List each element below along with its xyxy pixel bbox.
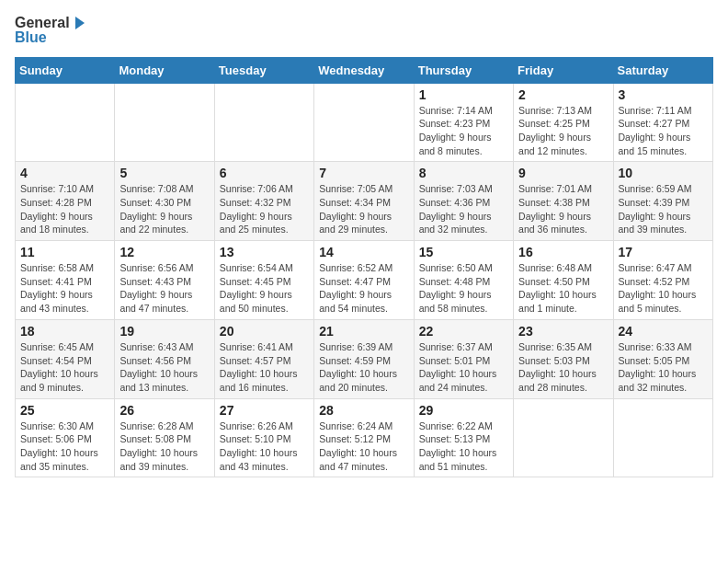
day-info: Sunrise: 7:11 AM Sunset: 4:27 PM Dayligh… [619,104,708,158]
day-info: Sunrise: 7:08 AM Sunset: 4:30 PM Dayligh… [119,182,209,236]
header: General Blue [15,15,713,46]
calendar-cell: 29Sunrise: 6:22 AM Sunset: 5:13 PM Dayli… [414,398,513,477]
day-number: 17 [619,245,708,259]
col-header-tuesday: Tuesday [214,57,313,83]
day-number: 3 [619,87,708,102]
day-number: 6 [220,166,309,180]
day-number: 18 [20,324,109,339]
day-info: Sunrise: 6:58 AM Sunset: 4:41 PM Dayligh… [20,261,109,316]
calendar-cell: 26Sunrise: 6:28 AM Sunset: 5:08 PM Dayli… [115,398,214,477]
day-info: Sunrise: 6:48 AM Sunset: 4:50 PM Dayligh… [518,261,608,316]
day-number: 22 [419,324,508,339]
day-number: 11 [20,245,109,259]
calendar-cell [613,398,712,477]
calendar-body: 1Sunrise: 7:14 AM Sunset: 4:23 PM Daylig… [16,83,713,477]
week-row-3: 11Sunrise: 6:58 AM Sunset: 4:41 PM Dayli… [16,241,713,320]
day-info: Sunrise: 6:45 AM Sunset: 4:54 PM Dayligh… [20,340,109,395]
day-number: 21 [319,324,408,339]
calendar-cell: 3Sunrise: 7:11 AM Sunset: 4:27 PM Daylig… [613,83,712,162]
col-header-saturday: Saturday [613,57,712,83]
day-info: Sunrise: 6:50 AM Sunset: 4:48 PM Dayligh… [419,261,508,316]
day-number: 4 [20,166,109,180]
day-info: Sunrise: 6:30 AM Sunset: 5:06 PM Dayligh… [20,419,109,474]
day-info: Sunrise: 7:05 AM Sunset: 4:34 PM Dayligh… [319,182,408,236]
calendar-cell: 13Sunrise: 6:54 AM Sunset: 4:45 PM Dayli… [214,241,313,320]
logo-blue: Blue [15,29,88,46]
calendar-cell: 10Sunrise: 6:59 AM Sunset: 4:39 PM Dayli… [613,162,712,241]
col-header-thursday: Thursday [414,57,513,83]
calendar-cell: 25Sunrise: 6:30 AM Sunset: 5:06 PM Dayli… [16,398,115,477]
day-number: 26 [119,403,209,418]
day-number: 7 [319,166,408,180]
day-number: 2 [518,87,608,102]
day-info: Sunrise: 7:06 AM Sunset: 4:32 PM Dayligh… [220,182,309,236]
week-row-1: 1Sunrise: 7:14 AM Sunset: 4:23 PM Daylig… [16,83,713,162]
calendar-cell [16,83,115,162]
col-header-monday: Monday [115,57,214,83]
calendar-table: SundayMondayTuesdayWednesdayThursdayFrid… [15,57,713,478]
day-number: 1 [419,87,508,102]
day-info: Sunrise: 7:13 AM Sunset: 4:25 PM Dayligh… [518,104,608,158]
day-number: 23 [518,324,608,339]
day-number: 15 [419,245,508,259]
day-info: Sunrise: 7:14 AM Sunset: 4:23 PM Dayligh… [419,104,508,158]
col-header-wednesday: Wednesday [314,57,414,83]
col-header-friday: Friday [514,57,613,83]
day-number: 27 [220,403,309,418]
day-number: 8 [419,166,508,180]
day-number: 28 [319,403,408,418]
logo: General Blue [15,15,88,46]
week-row-5: 25Sunrise: 6:30 AM Sunset: 5:06 PM Dayli… [16,398,713,477]
week-row-2: 4Sunrise: 7:10 AM Sunset: 4:28 PM Daylig… [16,162,713,241]
calendar-cell: 17Sunrise: 6:47 AM Sunset: 4:52 PM Dayli… [613,241,712,320]
calendar-cell [115,83,214,162]
calendar-cell: 27Sunrise: 6:26 AM Sunset: 5:10 PM Dayli… [214,398,313,477]
calendar-cell: 8Sunrise: 7:03 AM Sunset: 4:36 PM Daylig… [414,162,513,241]
calendar-cell: 5Sunrise: 7:08 AM Sunset: 4:30 PM Daylig… [115,162,214,241]
day-info: Sunrise: 6:24 AM Sunset: 5:12 PM Dayligh… [319,419,408,474]
header-row: SundayMondayTuesdayWednesdayThursdayFrid… [16,57,713,83]
day-info: Sunrise: 7:10 AM Sunset: 4:28 PM Dayligh… [20,182,109,236]
day-info: Sunrise: 7:01 AM Sunset: 4:38 PM Dayligh… [518,182,608,236]
day-info: Sunrise: 6:43 AM Sunset: 4:56 PM Dayligh… [119,340,209,395]
day-info: Sunrise: 6:52 AM Sunset: 4:47 PM Dayligh… [319,261,408,316]
calendar-cell: 2Sunrise: 7:13 AM Sunset: 4:25 PM Daylig… [514,83,613,162]
day-info: Sunrise: 6:39 AM Sunset: 4:59 PM Dayligh… [319,340,408,395]
day-number: 9 [518,166,608,180]
day-info: Sunrise: 6:47 AM Sunset: 4:52 PM Dayligh… [619,261,708,316]
calendar-cell: 20Sunrise: 6:41 AM Sunset: 4:57 PM Dayli… [214,319,313,398]
calendar-cell: 16Sunrise: 6:48 AM Sunset: 4:50 PM Dayli… [514,241,613,320]
calendar-cell: 4Sunrise: 7:10 AM Sunset: 4:28 PM Daylig… [16,162,115,241]
day-info: Sunrise: 6:35 AM Sunset: 5:03 PM Dayligh… [518,340,608,395]
day-info: Sunrise: 6:37 AM Sunset: 5:01 PM Dayligh… [419,340,508,395]
calendar-cell: 15Sunrise: 6:50 AM Sunset: 4:48 PM Dayli… [414,241,513,320]
day-info: Sunrise: 6:41 AM Sunset: 4:57 PM Dayligh… [220,340,309,395]
day-info: Sunrise: 6:26 AM Sunset: 5:10 PM Dayligh… [220,419,309,474]
day-number: 5 [119,166,209,180]
calendar-cell: 14Sunrise: 6:52 AM Sunset: 4:47 PM Dayli… [314,241,414,320]
calendar-cell: 22Sunrise: 6:37 AM Sunset: 5:01 PM Dayli… [414,319,513,398]
day-info: Sunrise: 6:22 AM Sunset: 5:13 PM Dayligh… [419,419,508,474]
day-number: 10 [619,166,708,180]
calendar-cell [514,398,613,477]
day-info: Sunrise: 7:03 AM Sunset: 4:36 PM Dayligh… [419,182,508,236]
calendar-cell: 1Sunrise: 7:14 AM Sunset: 4:23 PM Daylig… [414,83,513,162]
day-info: Sunrise: 6:54 AM Sunset: 4:45 PM Dayligh… [220,261,309,316]
week-row-4: 18Sunrise: 6:45 AM Sunset: 4:54 PM Dayli… [16,319,713,398]
calendar-header: SundayMondayTuesdayWednesdayThursdayFrid… [16,57,713,83]
logo-arrow-icon [72,15,88,31]
col-header-sunday: Sunday [16,57,115,83]
day-number: 13 [220,245,309,259]
day-info: Sunrise: 6:59 AM Sunset: 4:39 PM Dayligh… [619,182,708,236]
day-info: Sunrise: 6:56 AM Sunset: 4:43 PM Dayligh… [119,261,209,316]
logo-text: General Blue [15,15,88,46]
calendar-cell: 23Sunrise: 6:35 AM Sunset: 5:03 PM Dayli… [514,319,613,398]
day-number: 16 [518,245,608,259]
calendar-cell: 19Sunrise: 6:43 AM Sunset: 4:56 PM Dayli… [115,319,214,398]
day-info: Sunrise: 6:33 AM Sunset: 5:05 PM Dayligh… [619,340,708,395]
day-number: 14 [319,245,408,259]
calendar-cell: 11Sunrise: 6:58 AM Sunset: 4:41 PM Dayli… [16,241,115,320]
day-number: 19 [119,324,209,339]
calendar-cell: 12Sunrise: 6:56 AM Sunset: 4:43 PM Dayli… [115,241,214,320]
calendar-cell: 9Sunrise: 7:01 AM Sunset: 4:38 PM Daylig… [514,162,613,241]
